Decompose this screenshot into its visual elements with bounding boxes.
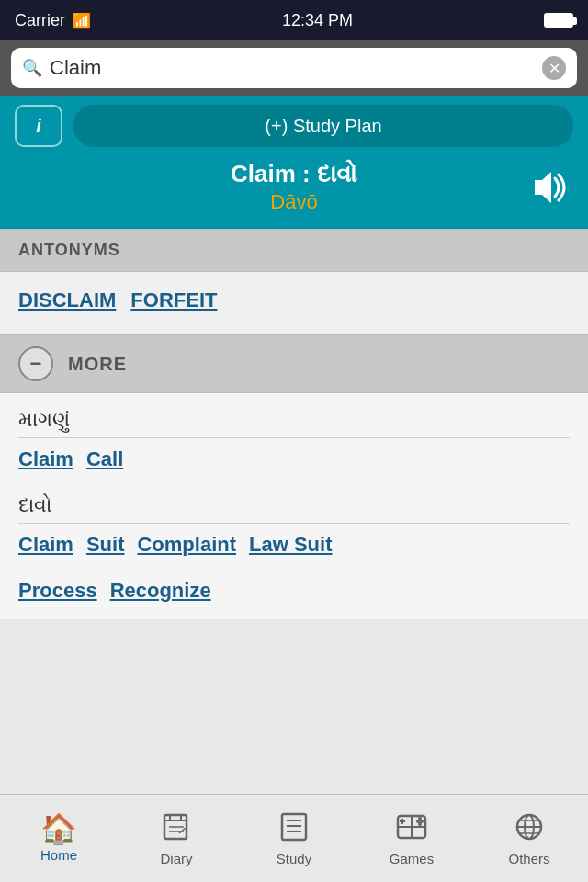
- more-divider-0: [18, 437, 570, 438]
- more-sub-section-1: દાવો Claim Suit Complaint Law Suit: [18, 493, 570, 557]
- antonym-links: DISCLAIM FORFEIT: [18, 288, 570, 312]
- diary-icon: [161, 811, 192, 847]
- tab-home[interactable]: 🏠 Home: [0, 795, 118, 882]
- tab-others-label: Others: [508, 851, 549, 866]
- speaker-button[interactable]: [526, 166, 573, 209]
- games-icon: [396, 811, 427, 847]
- tab-home-label: Home: [40, 847, 77, 863]
- tab-study[interactable]: Study: [235, 795, 353, 882]
- study-plan-button[interactable]: (+) Study Plan: [74, 105, 573, 147]
- word-romanized: Dāvō: [270, 190, 317, 214]
- search-icon: 🔍: [22, 58, 42, 78]
- more-word-2-0[interactable]: Process: [18, 579, 97, 603]
- svg-line-7: [179, 828, 186, 833]
- svg-point-19: [418, 817, 422, 820]
- more-word-1-1[interactable]: Suit: [86, 533, 125, 557]
- search-bar: 🔍 Claim ✕: [0, 40, 588, 96]
- header-top-row: i (+) Study Plan: [15, 105, 573, 147]
- word-english: Claim: [231, 160, 296, 187]
- battery-icon: [544, 13, 573, 28]
- more-word-2-1[interactable]: Recognize: [110, 579, 211, 603]
- more-sub-section-0: માગણું Claim Call: [18, 408, 570, 471]
- info-button[interactable]: i: [15, 105, 62, 147]
- more-content: માગણું Claim Call દાવો Claim Suit Compla…: [0, 393, 588, 619]
- header-teal: i (+) Study Plan Claim : દાવો Dāvō: [0, 96, 588, 229]
- more-cutoff-row: Process Recognize: [18, 579, 570, 619]
- more-word-1-3[interactable]: Law Suit: [249, 533, 332, 557]
- antonyms-content: DISCLAIM FORFEIT: [0, 272, 588, 334]
- word-colon: :: [296, 160, 317, 187]
- collapse-icon[interactable]: −: [18, 346, 53, 381]
- tab-study-label: Study: [277, 851, 311, 866]
- carrier-label: Carrier: [15, 11, 65, 30]
- study-icon: [278, 811, 310, 847]
- home-icon: 🏠: [40, 814, 77, 843]
- word-info: Claim : દાવો Dāvō: [62, 160, 526, 214]
- tab-diary[interactable]: Diary: [118, 795, 235, 882]
- status-bar: Carrier 📶 12:34 PM: [0, 0, 588, 40]
- header-word-row: Claim : દાવો Dāvō: [15, 160, 573, 214]
- antonyms-section-header: ANTONYMS: [0, 229, 588, 272]
- wifi-icon: 📶: [73, 12, 91, 29]
- antonym-word-0[interactable]: DISCLAIM: [18, 288, 116, 312]
- tab-bar: 🏠 Home Diary Study: [0, 794, 588, 882]
- clear-button[interactable]: ✕: [542, 56, 566, 80]
- more-section-header[interactable]: − MORE: [0, 334, 588, 393]
- search-container[interactable]: 🔍 Claim ✕: [11, 48, 577, 88]
- more-word-0-1[interactable]: Call: [86, 447, 123, 471]
- more-links-0: Claim Call: [18, 447, 570, 471]
- carrier-info: Carrier 📶: [15, 11, 91, 30]
- others-icon: [514, 811, 545, 847]
- tab-diary-label: Diary: [160, 851, 192, 866]
- search-input[interactable]: Claim: [50, 56, 542, 80]
- more-links-1: Claim Suit Complaint Law Suit: [18, 533, 570, 557]
- more-label: MORE: [68, 354, 127, 375]
- more-word-0-0[interactable]: Claim: [18, 447, 74, 471]
- tab-others[interactable]: Others: [470, 795, 588, 882]
- antonym-word-1[interactable]: FORFEIT: [130, 288, 217, 312]
- more-word-1-0[interactable]: Claim: [18, 533, 74, 557]
- word-gujarati-text: દાવો: [317, 160, 357, 187]
- more-word-1-2[interactable]: Complaint: [137, 533, 236, 557]
- speaker-icon: [529, 170, 570, 205]
- battery-area: [544, 13, 573, 28]
- time-display: 12:34 PM: [282, 11, 353, 30]
- tab-games-label: Games: [390, 851, 434, 866]
- more-links-2: Process Recognize: [18, 579, 570, 603]
- more-sub-label-0: માગણું: [18, 408, 570, 432]
- svg-point-20: [418, 822, 422, 826]
- word-title: Claim : દાવો: [231, 160, 357, 188]
- more-divider-1: [18, 523, 570, 524]
- svg-marker-0: [535, 172, 551, 203]
- tab-games[interactable]: Games: [353, 795, 470, 882]
- more-sub-label-1: દાવો: [18, 493, 570, 517]
